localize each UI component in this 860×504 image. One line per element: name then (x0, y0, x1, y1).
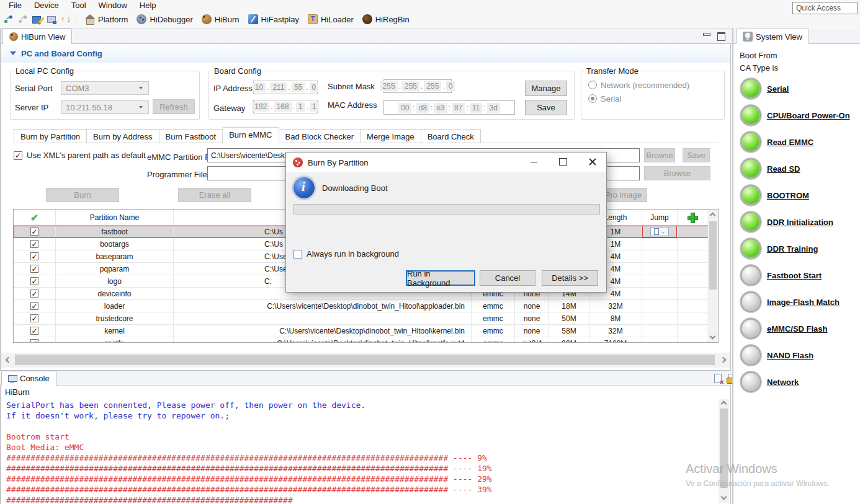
console-scrollbar[interactable] (719, 399, 729, 503)
connect-icon[interactable] (4, 14, 14, 25)
disconnect-icon[interactable] (18, 14, 29, 25)
step-serial[interactable]: Serial (767, 84, 789, 94)
tab-system-view[interactable]: System View (736, 29, 809, 44)
row-checkbox[interactable] (30, 265, 38, 273)
server-ip-select[interactable]: 10.211.55.18 (61, 100, 149, 114)
dialog-title-bar[interactable]: Burn By Partition (286, 153, 606, 172)
dialog-close-icon[interactable] (588, 157, 598, 167)
jump-icon[interactable] (650, 227, 669, 236)
radio-serial[interactable] (588, 94, 597, 103)
details-button[interactable]: Details >> (542, 270, 598, 286)
refresh-button[interactable]: Refresh (153, 99, 195, 114)
radio-network[interactable] (588, 81, 597, 89)
console-line: ########################################… (6, 495, 719, 503)
launcher-hiloader[interactable]: HiLoader (303, 13, 358, 25)
menu-device[interactable]: Device (28, 1, 65, 10)
tab-burn-by-address[interactable]: Burn by Address (87, 129, 159, 143)
use-xml-checkbox-row[interactable]: Use XML's parent path as default (14, 151, 146, 160)
row-checkbox[interactable] (30, 252, 38, 260)
scroll-down-icon[interactable] (710, 334, 716, 340)
manage-button[interactable]: Manage (525, 81, 567, 96)
add-partition-header[interactable] (678, 210, 707, 225)
background-checkbox-row[interactable]: Always run in background (293, 249, 399, 259)
row-checkbox[interactable] (30, 290, 38, 298)
use-xml-checkbox[interactable] (14, 151, 22, 160)
scroll-left-icon[interactable] (6, 357, 12, 363)
tab-board-check[interactable]: Board Check (421, 129, 481, 143)
save-button[interactable]: Save (525, 100, 567, 115)
subnet-mask-field[interactable]: 255.255.255.0 (383, 79, 452, 93)
step-fastboot-start[interactable]: Fastboot Start (767, 271, 822, 280)
launcher-hifastplay[interactable]: HiFastplay (244, 13, 303, 25)
step-read-sd[interactable]: Read SD (767, 164, 800, 174)
row-checkbox[interactable] (30, 302, 38, 310)
launcher-hiburn[interactable]: HiBurn (197, 13, 244, 25)
row-checkbox[interactable] (30, 339, 38, 343)
menu-tool[interactable]: Tool (65, 1, 92, 10)
maximize-view-icon[interactable] (715, 30, 727, 42)
scroll-down-icon[interactable] (721, 494, 727, 500)
remote-screen-icon[interactable] (47, 14, 57, 25)
dialog-maximize-icon[interactable] (558, 157, 568, 167)
menu-file[interactable]: File (2, 1, 28, 10)
launcher-platform[interactable]: Platform (81, 13, 132, 25)
launcher-hidebugger[interactable]: HiDebugger (132, 13, 197, 25)
scrollbar-thumb[interactable] (720, 409, 728, 488)
row-checkbox[interactable] (30, 240, 38, 248)
horizontal-scrollbar[interactable] (1, 353, 730, 368)
save-partition-button[interactable]: Save (683, 148, 710, 162)
pc-board-config-header[interactable]: PC and Board Config (1, 44, 730, 63)
step-ddr-initialization[interactable]: DDR Initialization (767, 218, 833, 227)
table-row-trustedcore[interactable]: trustedcoreemmcnone50M8M (14, 312, 718, 325)
tab-console[interactable]: Console (1, 371, 56, 386)
table-row-kernel[interactable]: kernelC:\Users\vicente\Desktop\dinobot_t… (14, 325, 718, 337)
table-scrollbar[interactable] (708, 210, 718, 342)
browse-partition-button[interactable]: Browse (644, 148, 675, 162)
quick-access-input[interactable] (792, 2, 858, 14)
ip-address-field[interactable]: 10.211.55.0 (253, 81, 318, 94)
scroll-up-icon[interactable] (710, 213, 716, 219)
transfer-arrows-icon[interactable] (61, 14, 71, 25)
row-checkbox[interactable] (30, 314, 38, 322)
serial-port-select[interactable]: COM3 (61, 81, 149, 95)
step-read-emmc[interactable]: Read EMMC (767, 138, 813, 147)
step-network[interactable]: Network (767, 378, 799, 387)
launcher-hiregbin[interactable]: HiRegBin (358, 13, 414, 25)
tab-burn-by-partition[interactable]: Burn by Partition (14, 129, 87, 143)
run-in-background-button[interactable]: Run in Background (406, 270, 475, 286)
scroll-right-icon[interactable] (720, 357, 727, 363)
tab-burn-emmc[interactable]: Burn eMMC (223, 127, 279, 143)
always-background-checkbox[interactable] (293, 250, 302, 259)
step-emmc-sd-flash[interactable]: eMMC/SD Flash (767, 324, 828, 334)
scroll-up-icon[interactable] (721, 401, 727, 407)
table-row-rootfs[interactable]: rootfsC:\Users\vicente\Desktop\dinobot_t… (14, 337, 718, 343)
check-all-header[interactable]: ✔ (14, 210, 56, 225)
row-checkbox[interactable] (30, 277, 38, 285)
minimize-view-icon[interactable] (701, 30, 712, 42)
table-row-loader[interactable]: loaderC:\Users\vicente\Desktop\dinobot_t… (14, 300, 718, 312)
gateway-field[interactable]: 192.168.1.1 (253, 100, 318, 113)
step-ddr-training[interactable]: DDR Training (767, 244, 818, 254)
dialog-minimize-icon[interactable] (529, 157, 539, 167)
tab-hiburn-view[interactable]: HiBurn View (2, 29, 72, 44)
mac-address-field[interactable]: 00:d8:e3:87:11:3d (383, 100, 515, 115)
clear-console-icon[interactable] (713, 373, 724, 384)
board-config-icon[interactable] (32, 14, 43, 25)
erase-all-button[interactable]: Erase all (178, 188, 251, 202)
cancel-button[interactable]: Cancel (480, 270, 535, 286)
menu-window[interactable]: Window (92, 1, 133, 10)
step-bootrom[interactable]: BOOTROM (767, 191, 809, 200)
burn-button[interactable]: Burn (46, 188, 119, 202)
tab-bad-block-checker[interactable]: Bad Block Checker (279, 129, 361, 143)
scrollbar-thumb[interactable] (15, 355, 715, 365)
step-cpu-board-power-on[interactable]: CPU/Board Power-On (767, 111, 850, 120)
row-checkbox[interactable] (30, 228, 38, 236)
browse-programmer-button[interactable]: Browse (644, 166, 710, 180)
tab-burn-fastboot[interactable]: Burn Fastboot (159, 129, 223, 143)
menu-help[interactable]: Help (133, 1, 163, 10)
step-image-flash-match[interactable]: Image-Flash Match (767, 298, 840, 307)
row-checkbox[interactable] (30, 327, 38, 335)
scrollbar-thumb[interactable] (709, 221, 717, 290)
step-nand-flash[interactable]: NAND Flash (767, 351, 813, 360)
tab-merge-image[interactable]: Merge Image (361, 129, 421, 143)
